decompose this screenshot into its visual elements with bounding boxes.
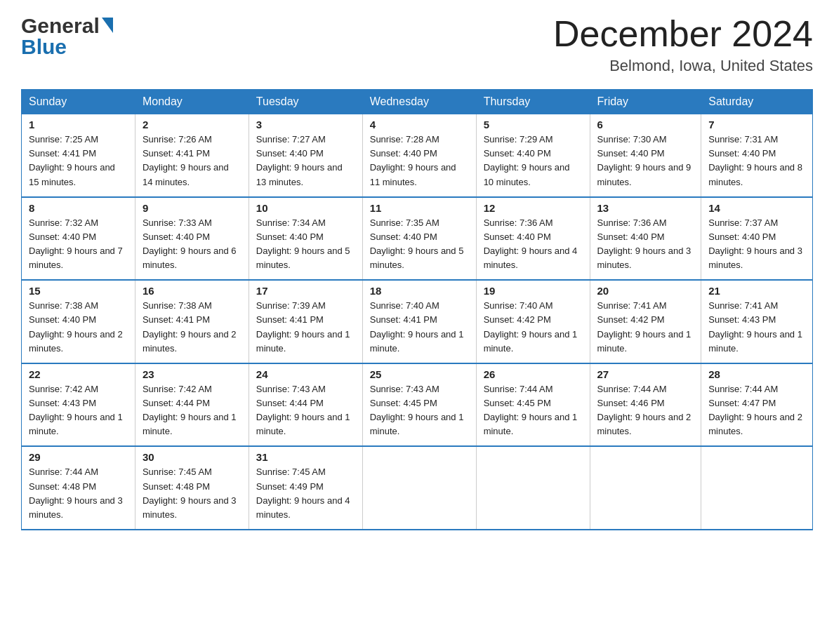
day-info: Sunrise: 7:40 AMSunset: 4:42 PMDaylight:… [484,299,583,356]
month-title: December 2024 [553,14,813,54]
day-number: 9 [143,202,241,214]
day-number: 7 [708,119,805,130]
day-number: 29 [29,451,128,463]
calendar-cell: 31Sunrise: 7:45 AMSunset: 4:49 PMDayligh… [249,446,362,530]
calendar-header-row: SundayMondayTuesdayWednesdayThursdayFrid… [22,90,813,114]
day-info: Sunrise: 7:41 AMSunset: 4:42 PMDaylight:… [597,299,694,356]
calendar-cell [590,446,701,530]
calendar-cell: 27Sunrise: 7:44 AMSunset: 4:46 PMDayligh… [590,363,701,447]
calendar-cell: 9Sunrise: 7:33 AMSunset: 4:40 PMDaylight… [135,197,249,281]
calendar-cell: 10Sunrise: 7:34 AMSunset: 4:40 PMDayligh… [249,197,362,281]
day-number: 10 [256,202,355,214]
day-number: 24 [256,368,355,380]
calendar-cell: 19Sunrise: 7:40 AMSunset: 4:42 PMDayligh… [476,280,590,363]
calendar-cell: 4Sunrise: 7:28 AMSunset: 4:40 PMDaylight… [362,114,476,197]
calendar-cell: 5Sunrise: 7:29 AMSunset: 4:40 PMDaylight… [476,114,590,197]
day-number: 5 [484,119,583,130]
day-info: Sunrise: 7:33 AMSunset: 4:40 PMDaylight:… [143,216,241,273]
day-info: Sunrise: 7:45 AMSunset: 4:48 PMDaylight:… [143,465,241,522]
day-number: 12 [484,202,583,214]
day-info: Sunrise: 7:35 AMSunset: 4:40 PMDaylight:… [370,216,469,273]
calendar-cell: 15Sunrise: 7:38 AMSunset: 4:40 PMDayligh… [22,280,135,363]
day-info: Sunrise: 7:43 AMSunset: 4:45 PMDaylight:… [370,382,469,439]
logo-triangle-icon [102,18,113,33]
logo-blue-text: Blue [21,35,67,59]
day-number: 19 [484,285,583,297]
day-info: Sunrise: 7:43 AMSunset: 4:44 PMDaylight:… [256,382,355,439]
day-number: 23 [143,368,241,380]
day-info: Sunrise: 7:27 AMSunset: 4:40 PMDaylight:… [256,133,355,189]
day-info: Sunrise: 7:25 AMSunset: 4:41 PMDaylight:… [29,133,128,189]
day-info: Sunrise: 7:28 AMSunset: 4:40 PMDaylight:… [370,133,469,189]
calendar-cell: 25Sunrise: 7:43 AMSunset: 4:45 PMDayligh… [362,363,476,447]
day-info: Sunrise: 7:41 AMSunset: 4:43 PMDaylight:… [708,299,805,356]
day-info: Sunrise: 7:44 AMSunset: 4:48 PMDaylight:… [29,465,128,522]
day-number: 25 [370,368,469,380]
calendar-cell: 6Sunrise: 7:30 AMSunset: 4:40 PMDaylight… [590,114,701,197]
day-info: Sunrise: 7:30 AMSunset: 4:40 PMDaylight:… [597,133,694,189]
day-number: 22 [29,368,128,380]
calendar-cell: 28Sunrise: 7:44 AMSunset: 4:47 PMDayligh… [701,363,813,447]
weekday-header-sunday: Sunday [22,90,135,114]
title-block: December 2024 Belmond, Iowa, United Stat… [553,14,813,75]
calendar-cell: 2Sunrise: 7:26 AMSunset: 4:41 PMDaylight… [135,114,249,197]
calendar-cell: 18Sunrise: 7:40 AMSunset: 4:41 PMDayligh… [362,280,476,363]
day-number: 8 [29,202,128,214]
day-info: Sunrise: 7:37 AMSunset: 4:40 PMDaylight:… [708,216,805,273]
day-number: 16 [143,285,241,297]
day-number: 13 [597,202,694,214]
day-info: Sunrise: 7:44 AMSunset: 4:45 PMDaylight:… [484,382,583,439]
day-number: 28 [708,368,805,380]
day-number: 21 [708,285,805,297]
day-info: Sunrise: 7:40 AMSunset: 4:41 PMDaylight:… [370,299,469,356]
day-number: 27 [597,368,694,380]
weekday-header-tuesday: Tuesday [249,90,362,114]
day-number: 18 [370,285,469,297]
logo: General Blue [21,14,113,59]
day-info: Sunrise: 7:39 AMSunset: 4:41 PMDaylight:… [256,299,355,356]
day-info: Sunrise: 7:44 AMSunset: 4:47 PMDaylight:… [708,382,805,439]
calendar-cell [701,446,813,530]
day-info: Sunrise: 7:42 AMSunset: 4:44 PMDaylight:… [143,382,241,439]
calendar-table: SundayMondayTuesdayWednesdayThursdayFrid… [21,89,813,530]
day-number: 2 [143,119,241,130]
day-info: Sunrise: 7:36 AMSunset: 4:40 PMDaylight:… [597,216,694,273]
page-header: General Blue December 2024 Belmond, Iowa… [21,14,813,75]
calendar-cell: 20Sunrise: 7:41 AMSunset: 4:42 PMDayligh… [590,280,701,363]
calendar-week-row: 29Sunrise: 7:44 AMSunset: 4:48 PMDayligh… [22,446,813,530]
day-info: Sunrise: 7:38 AMSunset: 4:40 PMDaylight:… [29,299,128,356]
calendar-cell: 1Sunrise: 7:25 AMSunset: 4:41 PMDaylight… [22,114,135,197]
day-number: 31 [256,451,355,463]
day-number: 4 [370,119,469,130]
day-info: Sunrise: 7:29 AMSunset: 4:40 PMDaylight:… [484,133,583,189]
day-number: 15 [29,285,128,297]
calendar-cell: 11Sunrise: 7:35 AMSunset: 4:40 PMDayligh… [362,197,476,281]
calendar-week-row: 1Sunrise: 7:25 AMSunset: 4:41 PMDaylight… [22,114,813,197]
day-number: 14 [708,202,805,214]
weekday-header-friday: Friday [590,90,701,114]
calendar-cell: 17Sunrise: 7:39 AMSunset: 4:41 PMDayligh… [249,280,362,363]
calendar-cell: 24Sunrise: 7:43 AMSunset: 4:44 PMDayligh… [249,363,362,447]
calendar-cell: 26Sunrise: 7:44 AMSunset: 4:45 PMDayligh… [476,363,590,447]
weekday-header-monday: Monday [135,90,249,114]
day-info: Sunrise: 7:26 AMSunset: 4:41 PMDaylight:… [143,133,241,189]
day-info: Sunrise: 7:44 AMSunset: 4:46 PMDaylight:… [597,382,694,439]
day-info: Sunrise: 7:36 AMSunset: 4:40 PMDaylight:… [484,216,583,273]
calendar-cell: 3Sunrise: 7:27 AMSunset: 4:40 PMDaylight… [249,114,362,197]
day-number: 1 [29,119,128,130]
day-number: 6 [597,119,694,130]
calendar-week-row: 8Sunrise: 7:32 AMSunset: 4:40 PMDaylight… [22,197,813,281]
calendar-cell [362,446,476,530]
day-info: Sunrise: 7:42 AMSunset: 4:43 PMDaylight:… [29,382,128,439]
weekday-header-wednesday: Wednesday [362,90,476,114]
weekday-header-thursday: Thursday [476,90,590,114]
day-number: 26 [484,368,583,380]
calendar-cell: 13Sunrise: 7:36 AMSunset: 4:40 PMDayligh… [590,197,701,281]
calendar-cell: 29Sunrise: 7:44 AMSunset: 4:48 PMDayligh… [22,446,135,530]
calendar-cell: 14Sunrise: 7:37 AMSunset: 4:40 PMDayligh… [701,197,813,281]
day-info: Sunrise: 7:38 AMSunset: 4:41 PMDaylight:… [143,299,241,356]
location-title: Belmond, Iowa, United States [553,57,813,75]
calendar-week-row: 22Sunrise: 7:42 AMSunset: 4:43 PMDayligh… [22,363,813,447]
day-info: Sunrise: 7:34 AMSunset: 4:40 PMDaylight:… [256,216,355,273]
day-number: 30 [143,451,241,463]
